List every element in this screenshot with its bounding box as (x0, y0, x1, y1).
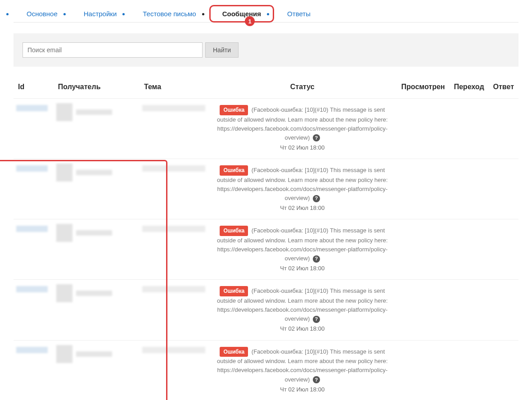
cell-click (449, 159, 488, 219)
redacted-subject (142, 165, 205, 172)
cell-subject (140, 159, 208, 219)
cell-subject (140, 340, 208, 400)
cell-id (14, 280, 54, 340)
cell-answer (489, 280, 518, 340)
cell-id (14, 99, 54, 159)
cell-answer (489, 219, 518, 280)
redacted-name (76, 230, 112, 236)
cell-status: Ошибка (Facebook-ошибка: [10](#10) This … (208, 159, 397, 219)
cell-recipient (54, 340, 140, 400)
help-icon[interactable]: ? (313, 255, 320, 263)
cell-subject (140, 99, 208, 159)
redacted-name (76, 170, 112, 175)
redacted-name (76, 351, 112, 357)
redacted-subject (142, 347, 205, 353)
annotation-1: 1 (245, 16, 255, 26)
table-row: Ошибка (Facebook-ошибка: [10](#10) This … (14, 99, 518, 159)
cell-answer (489, 159, 518, 219)
cell-recipient (54, 99, 140, 159)
redacted-avatar (56, 224, 72, 242)
redacted-subject (142, 286, 205, 292)
cell-status: Ошибка (Facebook-ошибка: [10](#10) This … (208, 219, 397, 280)
cell-recipient (54, 159, 140, 219)
redacted-name (76, 109, 112, 115)
col-status: Статус (208, 79, 397, 99)
table-row: Ошибка (Facebook-ошибка: [10](#10) This … (14, 159, 518, 219)
redacted-id (16, 347, 48, 353)
cell-recipient (54, 219, 140, 280)
col-id: Id (14, 79, 54, 99)
cell-viewed (397, 219, 450, 280)
redacted-avatar (56, 103, 72, 121)
cell-viewed (397, 340, 450, 400)
cell-viewed (397, 280, 450, 340)
status-timestamp: Чт 02 Июл 18:00 (217, 204, 388, 213)
cell-answer (489, 340, 518, 400)
help-icon[interactable]: ? (313, 376, 320, 383)
search-input[interactable] (23, 42, 203, 58)
cell-click (449, 99, 488, 159)
redacted-subject (142, 226, 205, 232)
help-icon[interactable]: ? (313, 316, 320, 323)
table-row: Ошибка (Facebook-ошибка: [10](#10) This … (14, 340, 518, 400)
col-click: Переход (449, 79, 488, 99)
redacted-id (16, 226, 48, 232)
cell-status: Ошибка (Facebook-ошибка: [10](#10) This … (208, 340, 397, 400)
cell-click (449, 340, 488, 400)
redacted-id (16, 165, 48, 172)
cell-status: Ошибка (Facebook-ошибка: [10](#10) This … (208, 280, 397, 340)
cell-id (14, 159, 54, 219)
status-block: Ошибка (Facebook-ошибка: [10](#10) This … (211, 164, 394, 214)
annotation-1-label: 1 (248, 18, 251, 25)
help-icon[interactable]: ? (313, 134, 320, 141)
table-header-row: Id Получатель Тема Статус Просмотрен Пер… (14, 79, 518, 99)
col-recipient: Получатель (54, 79, 140, 99)
cell-status: Ошибка (Facebook-ошибка: [10](#10) This … (208, 99, 397, 159)
cell-click (449, 219, 488, 280)
redacted-avatar (56, 284, 72, 302)
status-badge: Ошибка (220, 286, 248, 296)
col-viewed: Просмотрен (397, 79, 450, 99)
tab-1[interactable]: Настройки (71, 5, 130, 23)
redacted-avatar (56, 164, 72, 182)
redacted-id (16, 286, 48, 292)
status-timestamp: Чт 02 Июл 18:00 (217, 385, 388, 394)
redacted-id (16, 105, 48, 111)
status-badge: Ошибка (220, 105, 248, 115)
tabs: ОсновноеНастройкиТестовое письмоСообщени… (14, 5, 518, 23)
search-bar: Найти (14, 33, 518, 67)
page-root: ОсновноеНастройкиТестовое письмоСообщени… (0, 0, 532, 400)
cell-subject (140, 219, 208, 280)
help-icon[interactable]: ? (313, 195, 320, 202)
tab-2[interactable]: Тестовое письмо (130, 5, 209, 23)
status-block: Ошибка (Facebook-ошибка: [10](#10) This … (211, 284, 394, 335)
messages-table: Id Получатель Тема Статус Просмотрен Пер… (14, 79, 518, 400)
cell-click (449, 280, 488, 340)
status-badge: Ошибка (220, 347, 248, 357)
redacted-name (76, 291, 112, 296)
redacted-subject (142, 105, 205, 111)
cell-id (14, 340, 54, 400)
cell-answer (489, 99, 518, 159)
tab-0[interactable]: Основное (14, 5, 71, 23)
status-timestamp: Чт 02 Июл 18:00 (217, 324, 388, 333)
status-badge: Ошибка (220, 165, 248, 176)
cell-viewed (397, 159, 450, 219)
status-block: Ошибка (Facebook-ошибка: [10](#10) This … (211, 224, 394, 275)
tab-4[interactable]: Ответы (274, 5, 324, 23)
status-block: Ошибка (Facebook-ошибка: [10](#10) This … (211, 345, 394, 396)
cell-subject (140, 280, 208, 340)
status-timestamp: Чт 02 Июл 18:00 (217, 143, 388, 152)
status-block: Ошибка (Facebook-ошибка: [10](#10) This … (211, 103, 394, 154)
redacted-avatar (56, 345, 72, 363)
tab-3[interactable]: Сообщения (209, 5, 274, 23)
cell-id (14, 219, 54, 280)
table-row: Ошибка (Facebook-ошибка: [10](#10) This … (14, 280, 518, 340)
status-badge: Ошибка (220, 226, 248, 236)
cell-recipient (54, 280, 140, 340)
search-button[interactable]: Найти (205, 42, 239, 58)
cell-viewed (397, 99, 450, 159)
col-subject: Тема (140, 79, 208, 99)
table-row: Ошибка (Facebook-ошибка: [10](#10) This … (14, 219, 518, 280)
col-answer: Ответ (489, 79, 518, 99)
